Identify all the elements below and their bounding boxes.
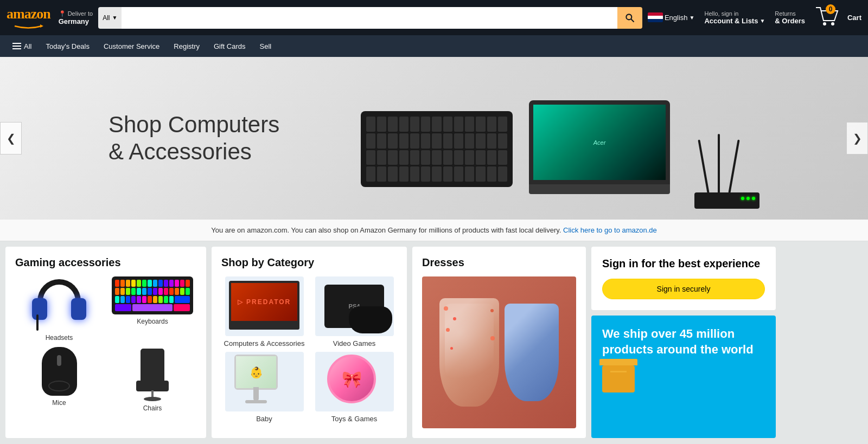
navbar: All Today's Deals Customer Service Regis… (0, 35, 868, 57)
baby-label: Baby (256, 415, 272, 423)
germany-text: You are on amazon.com. You can also shop… (211, 226, 561, 234)
hamburger-icon (12, 43, 21, 49)
chevron-down-icon: ▼ (112, 15, 117, 21)
chairs-label: Chairs (143, 404, 162, 412)
headsets-label: Headsets (46, 334, 73, 342)
germany-link[interactable]: Click here to go to amazon.de (563, 226, 657, 234)
navbar-today-deals[interactable]: Today's Deals (40, 37, 95, 55)
ship-title: We ship over 45 million products around … (602, 326, 765, 357)
header: amazon 📍 Deliver to Germany All ▼ (0, 0, 868, 35)
deliver-label: 📍 Deliver to (59, 10, 93, 17)
ship-box: We ship over 45 million products around … (591, 316, 776, 438)
deliver-country: Germany (59, 17, 93, 25)
gaming-accessories-card: Gaming accessories Headsets (5, 247, 206, 438)
gaming-item-chairs[interactable]: Chairs (108, 347, 196, 412)
signin-title: Sign in for the best experience (602, 258, 765, 270)
dresses-image[interactable] (422, 276, 576, 428)
account-lists: Account & Lists ▼ (704, 17, 765, 25)
header-right: English ▼ Hello, sign in Account & Lists… (648, 7, 861, 29)
svg-marker-0 (40, 24, 43, 28)
cart-button[interactable]: 0 Cart (815, 7, 861, 29)
computers-label: Computers & Accessories (224, 339, 305, 348)
gaming-item-keyboards[interactable]: Keyboards (108, 276, 196, 342)
video-games-image: PS4 (315, 276, 394, 336)
toys-image: 🎀 (315, 352, 394, 411)
us-flag-icon (648, 12, 663, 22)
category-video-games[interactable]: PS4 Video Games (311, 276, 397, 348)
gaming-card-title: Gaming accessories (15, 256, 196, 269)
hero-products: for(let i=0;i<52;i++) document.write('<d… (260, 57, 868, 220)
shipping-box-icon (602, 365, 635, 392)
baby-image: 👶 (225, 352, 304, 411)
dresses-title: Dresses (422, 256, 576, 269)
navbar-gift-cards[interactable]: Gift Cards (208, 37, 252, 55)
gaming-item-headsets[interactable]: Headsets (15, 276, 103, 342)
search-category-dropdown[interactable]: All ▼ (98, 7, 122, 29)
svg-point-4 (831, 22, 834, 25)
video-games-label: Video Games (333, 339, 376, 348)
hero-text: Shop Computers & Accessories (108, 111, 279, 166)
hero-next-button[interactable]: ❯ (846, 122, 868, 155)
hero-laptop-img: Acer (529, 100, 670, 209)
language-selector[interactable]: English ▼ (648, 12, 695, 23)
navbar-registry[interactable]: Registry (168, 37, 206, 55)
account-hello: Hello, sign in (704, 10, 765, 17)
logo-text: amazon (7, 6, 50, 22)
amazon-logo[interactable]: amazon (7, 6, 50, 30)
chevron-down-icon: ▼ (690, 15, 695, 21)
dress-1 (439, 298, 499, 407)
svg-line-2 (631, 19, 634, 22)
deliver-to[interactable]: 📍 Deliver to Germany (59, 10, 93, 25)
category-card-title: Shop by Category (221, 256, 397, 269)
returns-label: Returns (775, 10, 805, 17)
navbar-all-label: All (24, 42, 31, 50)
search-input[interactable] (122, 7, 617, 29)
keyboards-label: Keyboards (137, 318, 168, 325)
category-computers[interactable]: ▷ PREDATOR Computers & Accessories (221, 276, 307, 348)
gaming-grid: Headsets Key (15, 276, 196, 412)
toys-label: Toys & Games (331, 415, 378, 423)
language-label: English (665, 14, 688, 22)
dresses-card: Dresses (412, 247, 586, 438)
signin-box: Sign in for the best experience Sign in … (591, 247, 776, 310)
returns-orders: & Orders (775, 17, 805, 25)
category-grid: ▷ PREDATOR Computers & Accessories PS4 (221, 276, 397, 423)
category-card: Shop by Category ▷ PREDATOR Computers & … (212, 247, 407, 438)
category-baby[interactable]: 👶 Baby (221, 352, 307, 423)
chair-image (131, 347, 174, 401)
dress-2 (505, 304, 559, 401)
search-icon (624, 12, 635, 23)
search-bar: All ▼ (98, 7, 642, 29)
main-content: Gaming accessories Headsets (0, 241, 868, 443)
navbar-sell[interactable]: Sell (254, 37, 278, 55)
hero-prev-button[interactable]: ❮ (0, 122, 22, 155)
account-button[interactable]: Hello, sign in Account & Lists ▼ (704, 10, 765, 25)
computers-image: ▷ PREDATOR (225, 276, 304, 336)
svg-point-3 (823, 22, 826, 25)
signin-button[interactable]: Sign in securely (602, 279, 765, 299)
cart-label: Cart (847, 14, 861, 22)
category-toys-games[interactable]: 🎀 Toys & Games (311, 352, 397, 423)
search-button[interactable] (617, 7, 642, 29)
hero-keyboard-img: for(let i=0;i<52;i++) document.write('<d… (361, 111, 513, 187)
chevron-down-icon: ▼ (760, 18, 765, 24)
navbar-all[interactable]: All (7, 37, 37, 55)
hero-banner: ❮ Shop Computers & Accessories for(let i… (0, 57, 868, 220)
mouse-image (42, 347, 77, 396)
cart-count: 0 (826, 4, 835, 14)
svg-point-1 (626, 14, 631, 20)
headset-image (27, 276, 92, 331)
germany-banner: You are on amazon.com. You can also shop… (0, 220, 868, 241)
hero-title: Shop Computers & Accessories (108, 111, 279, 166)
logo-arrow (12, 22, 44, 30)
signin-card: Sign in for the best experience Sign in … (591, 247, 776, 438)
navbar-customer-service[interactable]: Customer Service (98, 37, 165, 55)
gaming-item-mice[interactable]: Mice (15, 347, 103, 412)
hero-router-img (686, 122, 768, 209)
returns-button[interactable]: Returns & Orders (775, 10, 805, 25)
mice-label: Mice (52, 399, 66, 407)
